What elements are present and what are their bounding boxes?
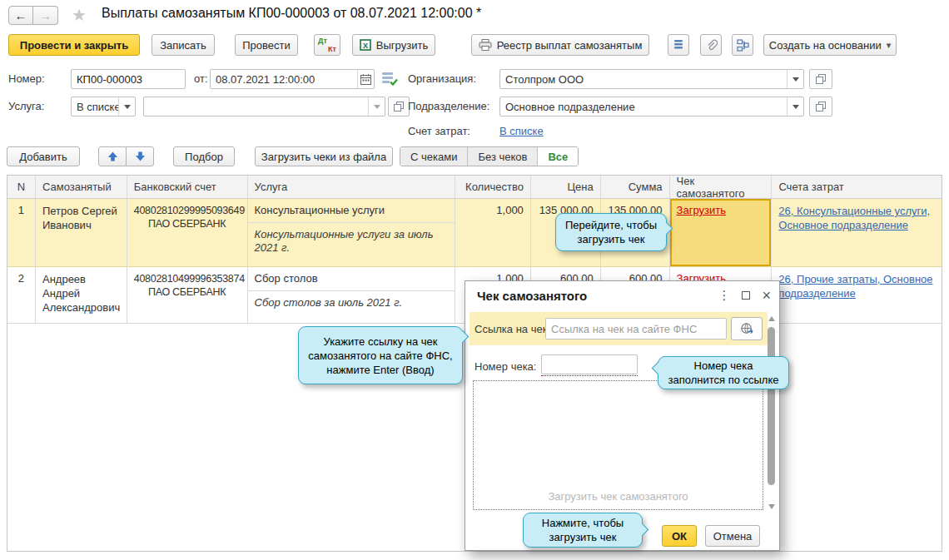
table-row[interactable]: 1 Петров Сергей Иванович 408028102999950… xyxy=(7,199,942,267)
back-arrow-icon: ← xyxy=(15,8,27,22)
col-header-check[interactable]: Чек самозанятого xyxy=(670,176,773,198)
export-button[interactable]: X Выгрузить xyxy=(352,34,435,56)
row2-account: 40802810499996353874 ПАО СБЕРБАНК xyxy=(127,267,248,323)
dr-cr-postings-button[interactable]: ДтКт xyxy=(314,34,340,56)
org-dropdown-icon[interactable] xyxy=(787,70,803,88)
service-mode-dropdown-icon[interactable] xyxy=(118,97,135,116)
open-link-button[interactable] xyxy=(731,317,763,340)
pick-button[interactable]: Подбор xyxy=(173,146,235,166)
cost-account-link[interactable]: В списке xyxy=(499,125,544,137)
printer-icon xyxy=(479,39,492,51)
service-label: Услуга: xyxy=(8,100,44,112)
col-header-cost[interactable]: Счета затрат xyxy=(772,176,942,198)
filter-with-checks[interactable]: С чеками xyxy=(400,147,468,166)
row1-person: Петров Сергей Иванович xyxy=(36,199,127,266)
row1-check-cell[interactable]: Загрузить xyxy=(670,199,773,266)
col-header-account[interactable]: Банковский счет xyxy=(127,176,248,198)
col-header-n[interactable]: N xyxy=(7,176,36,198)
set-current-date-icon[interactable] xyxy=(381,71,398,87)
export-label: Выгрузить xyxy=(376,39,428,52)
row2-bank-name: ПАО СБЕРБАНК xyxy=(134,285,241,299)
more-menu-icon[interactable]: ⋮ xyxy=(718,288,730,303)
document-register-button[interactable] xyxy=(668,34,689,56)
excel-icon: X xyxy=(360,39,371,51)
row2-account-number: 40802810499996353874 xyxy=(134,272,241,285)
registry-print-button[interactable]: Реестр выплат самозанятым xyxy=(471,34,649,56)
svg-text:X: X xyxy=(363,42,368,50)
structure-button[interactable] xyxy=(732,34,753,56)
row1-bank-name: ПАО СБЕРБАНК xyxy=(134,217,241,230)
row1-number: 1 xyxy=(7,199,36,266)
service-select[interactable] xyxy=(143,97,385,116)
number-label: Номер: xyxy=(8,72,45,85)
col-header-qty[interactable]: Количество xyxy=(455,176,531,198)
chevron-down-icon: ▾ xyxy=(887,40,892,51)
date-input[interactable]: 08.07.2021 12:00:00 xyxy=(210,69,375,89)
maximize-icon[interactable] xyxy=(742,291,750,300)
row2-cost-cell: 26, Прочие затраты, Основное подразделен… xyxy=(772,267,942,323)
service-filter-mode-value: В списке xyxy=(72,97,118,116)
forward-button[interactable]: → xyxy=(33,6,58,25)
arrow-down-icon xyxy=(135,151,146,162)
organization-open-button[interactable] xyxy=(809,69,832,89)
row1-cost-cell: 26, Консультационные услуги, Основное по… xyxy=(772,199,942,266)
post-label: Провести xyxy=(242,39,291,52)
calendar-icon[interactable] xyxy=(357,70,374,88)
scroll-up-icon[interactable] xyxy=(768,316,775,321)
save-button[interactable]: Записать xyxy=(152,34,215,56)
service-dropdown-icon[interactable] xyxy=(368,97,385,116)
dialog-title: Чек самозанятого xyxy=(477,289,587,303)
registry-label: Реестр выплат самозанятым xyxy=(497,39,643,52)
check-number-input[interactable] xyxy=(541,354,638,374)
number-input[interactable] xyxy=(71,69,186,89)
dialog-scrollbar[interactable] xyxy=(767,316,777,509)
create-based-on-button[interactable]: Создать на основании ▾ xyxy=(763,34,897,56)
organization-select[interactable]: Столпром ООО xyxy=(499,69,804,89)
page-title: Выплаты самозанятым КП00-000003 от 08.07… xyxy=(102,6,481,21)
post-and-close-button[interactable]: Провести и закрыть xyxy=(8,34,140,56)
filter-all[interactable]: Все xyxy=(538,147,578,166)
cancel-label: Отмена xyxy=(713,530,753,543)
scrollbar-thumb[interactable] xyxy=(768,327,775,485)
department-select[interactable]: Основное подразделение xyxy=(499,97,804,116)
col-header-person[interactable]: Самозанятый xyxy=(36,176,127,198)
required-field-marker xyxy=(541,375,638,376)
row2-cost-link[interactable]: 26, Прочие затраты, Основное подразделен… xyxy=(778,272,935,300)
tooltip-enter-link-text: Укажите ссылку на чек самозанятого на са… xyxy=(306,335,455,377)
post-button[interactable]: Провести xyxy=(235,34,298,56)
col-header-sum[interactable]: Сумма xyxy=(601,176,670,198)
check-dropzone[interactable]: Загрузить чек самозанятого xyxy=(473,380,763,510)
service-open-button[interactable] xyxy=(388,97,410,116)
move-up-button[interactable] xyxy=(98,146,127,166)
favorite-star-icon[interactable]: ★ xyxy=(72,5,87,25)
ok-button[interactable]: ОК xyxy=(662,525,697,547)
date-from-label: от: xyxy=(194,72,208,85)
filter-without-checks[interactable]: Без чеков xyxy=(468,147,538,166)
close-icon[interactable]: × xyxy=(762,290,771,301)
department-open-button[interactable] xyxy=(809,97,832,116)
scroll-down-icon[interactable] xyxy=(768,504,775,509)
history-nav: ← → xyxy=(8,6,58,25)
table-header-row: N Самозанятый Банковский счет Услуга Кол… xyxy=(7,176,942,199)
col-header-service[interactable]: Услуга xyxy=(248,176,456,198)
globe-arrow-icon xyxy=(740,322,754,336)
forward-arrow-icon: → xyxy=(39,8,52,22)
cancel-button[interactable]: Отмена xyxy=(705,525,760,547)
row1-load-check-link[interactable]: Загрузить xyxy=(677,204,726,216)
tooltip-number-autofill: Номер чека заполнится по ссылке xyxy=(658,356,789,389)
register-stack-icon xyxy=(673,39,684,51)
arrow-up-icon xyxy=(107,151,118,162)
dept-dropdown-icon[interactable] xyxy=(787,97,803,116)
add-row-button[interactable]: Добавить xyxy=(7,146,80,166)
move-down-button[interactable] xyxy=(126,146,154,166)
row1-cost-link[interactable]: 26, Консультационные услуги, Основное по… xyxy=(778,204,935,232)
load-checks-from-file-button[interactable]: Загрузить чеки из файла xyxy=(255,146,393,166)
col-header-price[interactable]: Цена xyxy=(531,176,601,198)
organization-label: Организация: xyxy=(408,72,476,85)
post-and-close-label: Провести и закрыть xyxy=(20,39,128,52)
back-button[interactable]: ← xyxy=(8,6,33,25)
service-filter-mode-select[interactable]: В списке xyxy=(71,97,136,116)
attachments-button[interactable] xyxy=(700,34,722,56)
cost-account-label: Счет затрат: xyxy=(408,125,470,137)
check-link-input[interactable] xyxy=(545,318,727,339)
